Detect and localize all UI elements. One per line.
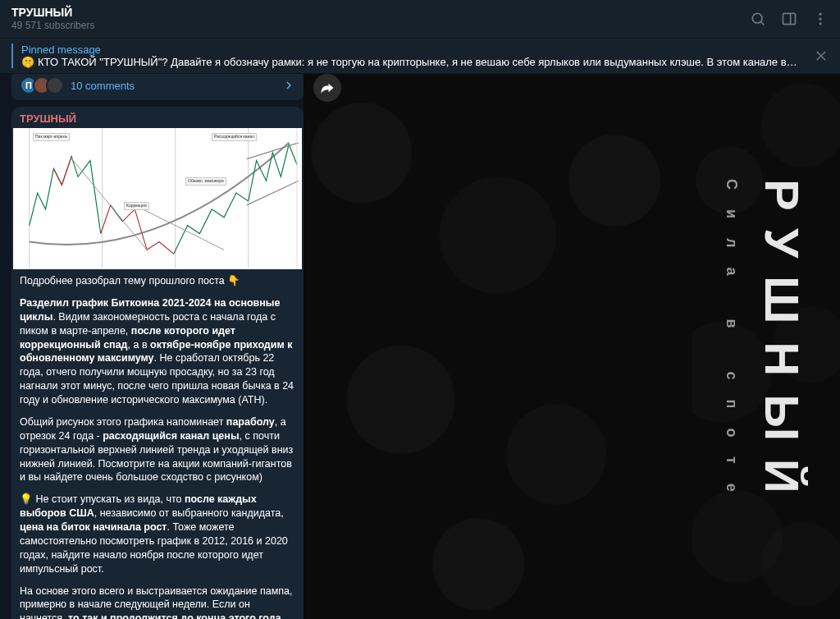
chevron-right-icon (282, 79, 295, 92)
svg-point-5 (819, 17, 821, 20)
post-intro: Подробнее разобрал тему прошлого поста 👇 (20, 274, 295, 288)
chat-header-titles[interactable]: ТРУШНЫЙ 49 571 subscribers (11, 7, 750, 31)
svg-line-16 (143, 209, 224, 250)
share-button[interactable] (313, 74, 341, 102)
brand-title: РУШНЫЙ (755, 179, 810, 511)
message-sender[interactable]: ТРУШНЫЙ (11, 107, 304, 128)
sidebar-toggle-icon[interactable] (781, 11, 797, 27)
svg-point-4 (819, 13, 821, 16)
channel-subscribers: 49 571 subscribers (11, 21, 750, 31)
chat-background (304, 71, 692, 619)
brand-subtitle: Сила в споте (723, 179, 740, 511)
close-icon[interactable] (814, 48, 829, 63)
post-paragraph: На основе этого всего и выстраивается ож… (20, 585, 295, 620)
comments-bar[interactable]: П 10 comments (11, 71, 304, 100)
chart-annotation: Обновл. максимум (185, 177, 226, 186)
pinned-emoji: 🤫 (21, 56, 34, 68)
avatar (46, 76, 64, 94)
chart-annotation: Пик март-апрель (33, 133, 70, 141)
svg-rect-2 (783, 13, 796, 24)
svg-line-14 (247, 181, 299, 205)
pinned-message-bar[interactable]: Pinned message 🤫 КТО ТАКОЙ "ТРУШНЫЙ"? Да… (0, 39, 840, 74)
post-paragraph: Разделил график Биткоина 2021-2024 на ос… (20, 296, 295, 407)
pinned-text: КТО ТАКОЙ "ТРУШНЫЙ"? Давайте я обозначу … (38, 56, 804, 68)
message-column: П 10 comments ТРУШНЫЙ (11, 71, 304, 619)
post-paragraph: Общий рисунок этого графика напоминает п… (20, 415, 295, 484)
comment-avatars: П (20, 76, 64, 94)
svg-point-0 (752, 13, 762, 23)
more-icon[interactable] (812, 11, 829, 27)
chat-header: ТРУШНЫЙ 49 571 subscribers (0, 0, 840, 39)
chart-attachment[interactable]: Пик март-апрель Расходящийся канал Корре… (13, 128, 302, 269)
svg-point-6 (819, 22, 821, 25)
message-bubble: ТРУШНЫЙ (11, 107, 304, 619)
chart-annotation: Коррекция (124, 202, 149, 210)
search-icon[interactable] (750, 11, 766, 27)
chart-annotation: Расходящийся канал (212, 133, 257, 141)
post-paragraph: 💡 Не стоит упускать из вида, что после к… (20, 493, 295, 575)
message-body: Подробнее разобрал тему прошлого поста 👇… (11, 274, 304, 619)
channel-title: ТРУШНЫЙ (11, 7, 750, 19)
svg-line-1 (761, 22, 765, 25)
brand-panel: Сила в споте РУШНЫЙ (692, 71, 840, 619)
pinned-label: Pinned message (21, 44, 804, 56)
chat-content: Сила в споте РУШНЫЙ П 10 comments ТРУШНЫ… (0, 71, 840, 619)
comments-count: 10 comments (71, 80, 282, 92)
